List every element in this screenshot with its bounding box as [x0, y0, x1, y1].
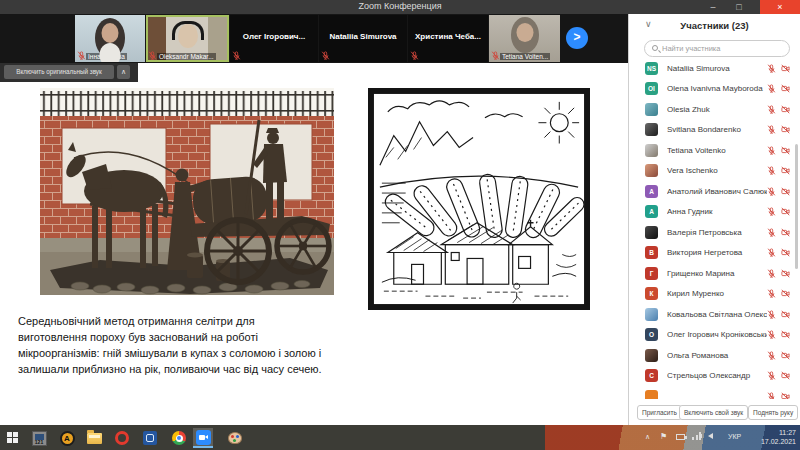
participant-row[interactable]: Валерія Петровська	[629, 222, 800, 243]
original-sound-control: Включить оригинальный звук ∧	[0, 63, 138, 82]
video-tile[interactable]: Tetiana Voiten...	[489, 15, 560, 62]
camera-off-icon	[781, 207, 790, 216]
participant-name: Vera Ischenko	[667, 166, 767, 175]
chrome-icon[interactable]	[169, 428, 189, 448]
participant-search-box[interactable]	[644, 40, 790, 57]
camera-off-icon	[781, 105, 790, 114]
search-input[interactable]	[662, 42, 782, 55]
mic-off-icon	[767, 207, 776, 216]
muted-mic-icon	[77, 51, 86, 60]
explorer-icon[interactable]	[84, 428, 104, 448]
mic-off-icon	[767, 248, 776, 257]
mic-off-icon	[767, 84, 776, 93]
shared-screen-slide: Середньовічний метод отримання селітри д…	[0, 63, 628, 425]
muted-mic-icon	[491, 51, 500, 60]
video-tile[interactable]: Інна Попова	[75, 15, 145, 62]
participant-avatar: В	[645, 246, 658, 259]
raise-hand-button[interactable]: Поднять руку	[748, 405, 798, 420]
mpc-icon[interactable]	[29, 428, 49, 448]
muted-mic-icon	[148, 51, 157, 60]
mic-off-icon	[767, 166, 776, 175]
volume-icon[interactable]	[708, 433, 713, 439]
caption-line: виготовлення пороху був заснований на ро…	[18, 329, 363, 345]
windows-taskbar: A ∧ ⚑ УКР 11:27 17.02.2021	[0, 425, 800, 450]
participant-row[interactable]: OIOlena Ivanivna Mayboroda	[629, 79, 800, 100]
aimp-icon[interactable]: A	[57, 428, 77, 448]
tray-clock[interactable]: 11:27 17.02.2021	[761, 429, 796, 446]
participant-row[interactable]: Ольга Романова	[629, 345, 800, 366]
video-tile[interactable]: Христина Чеба...	[408, 15, 488, 62]
participant-avatar: О	[645, 328, 658, 341]
participant-name: Svitlana Bondarenko	[667, 125, 767, 134]
battery-icon[interactable]	[676, 434, 685, 440]
participant-name: Стрельцов Олександр	[667, 371, 767, 380]
participant-row[interactable]: Ковальова Світлана Олександр...	[629, 304, 800, 325]
participant-row[interactable]: ААнатолий Иванович Салюк	[629, 181, 800, 202]
camera-off-icon	[781, 269, 790, 278]
participant-row[interactable]: ССтрельцов Олександр	[629, 366, 800, 387]
participant-avatar	[645, 226, 658, 239]
participant-row[interactable]: NSNataliia Simurova	[629, 58, 800, 79]
mic-off-icon	[767, 371, 776, 380]
participant-row[interactable]: Tetiana Voitenko	[629, 140, 800, 161]
mic-off-icon	[767, 330, 776, 339]
woodcut-engraving-image	[368, 88, 590, 310]
mic-off-icon	[767, 289, 776, 298]
maximize-button[interactable]: □	[726, 0, 752, 14]
participant-row[interactable]: Olesia Zhuk	[629, 99, 800, 120]
participant-list: NSNataliia Simurova OIOlena Ivanivna May…	[629, 58, 800, 399]
action-center-flag-icon[interactable]: ⚑	[660, 432, 667, 441]
participant-avatar: А	[645, 205, 658, 218]
tray-expand-icon[interactable]: ∧	[645, 433, 650, 441]
slide-caption-text: Середньовічний метод отримання селітри д…	[18, 313, 363, 377]
video-tile-name-label: Олег Ігорович...	[230, 32, 318, 41]
muted-mic-icon	[321, 51, 330, 60]
participant-list-scrollbar[interactable]	[795, 144, 798, 269]
video-tile-name-label: Tetiana Voiten...	[500, 53, 550, 60]
participant-row[interactable]: ГГрищенко Марина	[629, 263, 800, 284]
unmute-self-button[interactable]: Включить свой звук	[679, 405, 748, 420]
invite-button[interactable]: Пригласить	[637, 405, 682, 420]
enable-original-sound-button[interactable]: Включить оригинальный звук	[4, 65, 114, 79]
minimize-button[interactable]: –	[700, 0, 726, 14]
camera-off-icon	[781, 310, 790, 319]
video-tile[interactable]: Nataliia Simurova	[319, 15, 407, 62]
camera-off-icon	[781, 371, 790, 380]
camera-off-icon	[781, 166, 790, 175]
mic-off-icon	[767, 146, 776, 155]
search-icon	[652, 45, 658, 51]
participant-row[interactable]: ВВиктория Негретова	[629, 243, 800, 264]
keyboard-language-indicator[interactable]: УКР	[728, 433, 741, 440]
participant-row[interactable]: ААнна Гудник	[629, 202, 800, 223]
camera-off-icon	[781, 187, 790, 196]
zoom-icon[interactable]	[193, 428, 213, 448]
participant-row[interactable]: ООлег Ігорович Кроніковський	[629, 325, 800, 346]
mic-off-icon	[767, 125, 776, 134]
participant-avatar	[645, 164, 658, 177]
participant-avatar	[645, 103, 658, 116]
participant-name: Olena Ivanivna Mayboroda	[667, 84, 767, 93]
participant-row[interactable]: Vera Ischenko	[629, 161, 800, 182]
paint-icon[interactable]	[225, 428, 245, 448]
camera-off-icon	[781, 248, 790, 257]
next-participants-arrow-icon[interactable]: >	[566, 27, 588, 49]
mic-off-icon	[767, 105, 776, 114]
participant-row[interactable]: ККирил Муренко	[629, 284, 800, 305]
opera-icon[interactable]	[112, 428, 132, 448]
participant-row[interactable]: Svitlana Bondarenko	[629, 120, 800, 141]
original-sound-dropdown-icon[interactable]: ∧	[117, 65, 130, 79]
caption-line: залишали приблизно на рік, поливаючи час…	[18, 361, 363, 377]
participant-avatar	[645, 308, 658, 321]
start-icon[interactable]	[3, 428, 23, 448]
participant-name: Tetiana Voitenko	[667, 146, 767, 155]
video-tile[interactable]: Oleksandr Makar...	[146, 15, 229, 62]
participant-avatar	[645, 390, 658, 399]
participant-name: Olesia Zhuk	[667, 105, 767, 114]
participant-avatar	[645, 349, 658, 362]
video-tile-name-label: Oleksandr Makar...	[157, 53, 216, 60]
player-icon[interactable]	[140, 428, 160, 448]
video-thumbnail-strip: > Інна Попова Oleksandr Makar... Олег Іг…	[0, 14, 628, 63]
participant-row[interactable]	[629, 386, 800, 399]
video-tile[interactable]: Олег Ігорович...	[230, 15, 318, 62]
close-button[interactable]: ×	[760, 0, 800, 14]
